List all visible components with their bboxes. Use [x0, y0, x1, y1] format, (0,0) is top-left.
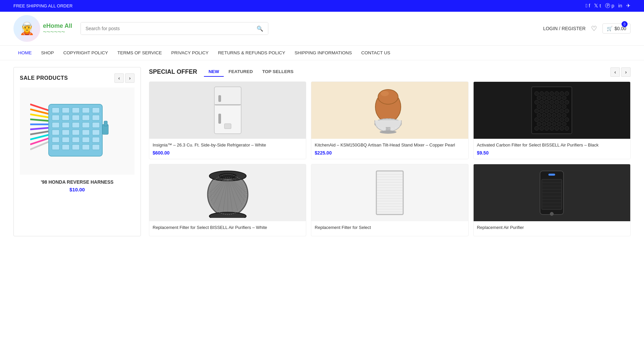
product-card-round-filter[interactable]: Replacement Filter for Select BISSELL Ai…	[149, 164, 306, 236]
logo-image: 🧝	[13, 15, 40, 42]
svg-rect-22	[62, 122, 69, 128]
svg-rect-12	[62, 108, 69, 113]
product-card-carbon-filter[interactable]: Activated Carbon Filter for Select BISSE…	[473, 81, 631, 159]
svg-point-55	[381, 91, 389, 96]
logo-text: eHome All	[43, 22, 72, 30]
login-register-link[interactable]: LOGIN / REGISTER	[543, 26, 586, 31]
product-card-flat-filter[interactable]: Replacement Filter for Select	[311, 164, 468, 236]
svg-point-108	[562, 122, 566, 126]
sale-product-image	[20, 87, 135, 175]
nav-copyright[interactable]: COPYRIGHT POLICY	[59, 46, 113, 60]
svg-point-66	[547, 96, 551, 100]
svg-line-2	[30, 114, 50, 118]
svg-rect-23	[72, 122, 79, 128]
facebook-icon[interactable]:  f	[586, 3, 590, 9]
svg-point-114	[560, 126, 564, 130]
svg-point-109	[535, 126, 539, 130]
wishlist-icon[interactable]: ♡	[591, 24, 597, 33]
offer-prev-button[interactable]: ‹	[610, 67, 620, 77]
sale-product-price: $10.00	[20, 187, 135, 192]
nav-returns[interactable]: RETURNS & REFUNDS POLICY	[213, 46, 290, 60]
product-image-air-purifier	[474, 164, 630, 221]
svg-rect-20	[92, 115, 100, 120]
product-price-refrigerator: $600.00	[153, 150, 303, 156]
svg-point-71	[540, 100, 544, 104]
svg-point-87	[555, 109, 559, 113]
svg-rect-31	[52, 137, 59, 142]
svg-point-93	[552, 113, 556, 117]
twitter-icon[interactable]: 𝕏 t	[594, 3, 601, 9]
svg-rect-14	[82, 108, 90, 113]
main-nav: HOME SHOP COPYRIGHT POLICY TERMS OF SERV…	[0, 46, 644, 60]
product-image-mixer	[311, 82, 468, 139]
svg-rect-46	[218, 95, 221, 102]
svg-rect-40	[92, 144, 100, 150]
svg-point-94	[557, 113, 561, 117]
special-offer-title: SPECIAL OFFER	[149, 68, 197, 75]
svg-rect-135	[376, 171, 403, 215]
svg-point-104	[542, 122, 546, 126]
search-bar[interactable]: 🔍	[80, 22, 268, 35]
special-offer-tabs: SPECIAL OFFER NEW FEATURED TOP SELLERS	[149, 67, 298, 77]
svg-rect-48	[224, 124, 231, 129]
product-name-mixer: KitchenAid – KSM150GBQ Artisan Tilt-Head…	[315, 142, 465, 148]
nav-terms[interactable]: TERMS OF SERVICE	[113, 46, 167, 60]
product-name-air-purifier: Replacement Air Purifier	[477, 225, 627, 231]
product-card-mixer[interactable]: KitchenAid – KSM150GBQ Artisan Tilt-Head…	[311, 81, 468, 159]
svg-point-99	[550, 118, 554, 122]
svg-line-9	[30, 141, 50, 149]
svg-line-3	[30, 119, 50, 121]
svg-rect-28	[72, 130, 79, 135]
svg-point-64	[537, 96, 541, 100]
svg-rect-30	[92, 130, 100, 135]
nav-contact[interactable]: CONTACT US	[357, 46, 395, 60]
top-bar: FREE SHIPPING ALL ORDER  f 𝕏 t Ⓟ p in ✈	[0, 0, 644, 12]
linkedin-icon[interactable]: in	[618, 3, 622, 9]
search-input[interactable]	[81, 22, 252, 35]
svg-rect-154	[542, 179, 562, 209]
svg-point-101	[560, 118, 564, 122]
sale-product-name: '98 HONDA REVERSE HARNESS	[20, 179, 135, 185]
pinterest-icon[interactable]: Ⓟ p	[605, 3, 614, 9]
svg-rect-21	[52, 122, 59, 128]
cart-button[interactable]: 0 🛒 $0.00	[602, 23, 631, 34]
svg-point-113	[555, 126, 559, 130]
svg-rect-35	[92, 137, 100, 142]
sale-products-header: SALE PRODUCTS ‹ ›	[20, 73, 135, 83]
svg-rect-34	[82, 137, 90, 142]
product-card-air-purifier[interactable]: Replacement Air Purifier	[473, 164, 631, 236]
nav-home[interactable]: HOME	[13, 46, 37, 60]
product-price-mixer: $225.00	[315, 150, 465, 156]
search-button[interactable]: 🔍	[252, 22, 268, 35]
tab-new[interactable]: NEW	[204, 67, 224, 77]
product-card-refrigerator[interactable]: Insignia™ – 26.3 Cu. Ft. Side-by-Side Re…	[149, 81, 306, 159]
svg-point-68	[557, 96, 561, 100]
svg-point-106	[552, 122, 556, 126]
product-info-mixer: KitchenAid – KSM150GBQ Artisan Tilt-Head…	[311, 139, 468, 159]
svg-line-6	[30, 131, 50, 134]
svg-rect-42	[104, 121, 107, 126]
tab-featured[interactable]: FEATURED	[224, 67, 258, 77]
sale-next-button[interactable]: ›	[125, 73, 135, 83]
svg-point-111	[545, 126, 549, 130]
svg-point-82	[562, 105, 566, 109]
nav-privacy[interactable]: PRIVACY POLICY	[167, 46, 213, 60]
offer-next-button[interactable]: ›	[621, 67, 631, 77]
svg-point-100	[555, 118, 559, 122]
nav-shop[interactable]: SHOP	[37, 46, 59, 60]
svg-point-72	[545, 100, 549, 104]
telegram-icon[interactable]: ✈	[626, 3, 631, 9]
sale-arrows: ‹ ›	[114, 73, 135, 83]
round-filter-svg	[204, 168, 251, 218]
shipping-text: FREE SHIPPING ALL ORDER	[13, 3, 73, 8]
tab-top-sellers[interactable]: TOP SELLERS	[258, 67, 298, 77]
svg-point-61	[555, 92, 559, 96]
svg-point-83	[535, 109, 539, 113]
special-offer-header: SPECIAL OFFER NEW FEATURED TOP SELLERS ‹…	[149, 67, 631, 77]
air-purifier-svg	[535, 168, 569, 218]
svg-point-81	[557, 105, 561, 109]
svg-point-74	[555, 100, 559, 104]
sale-prev-button[interactable]: ‹	[114, 73, 124, 83]
svg-rect-36	[52, 144, 59, 150]
nav-shipping[interactable]: SHIPPING INFORMATIONS	[290, 46, 357, 60]
